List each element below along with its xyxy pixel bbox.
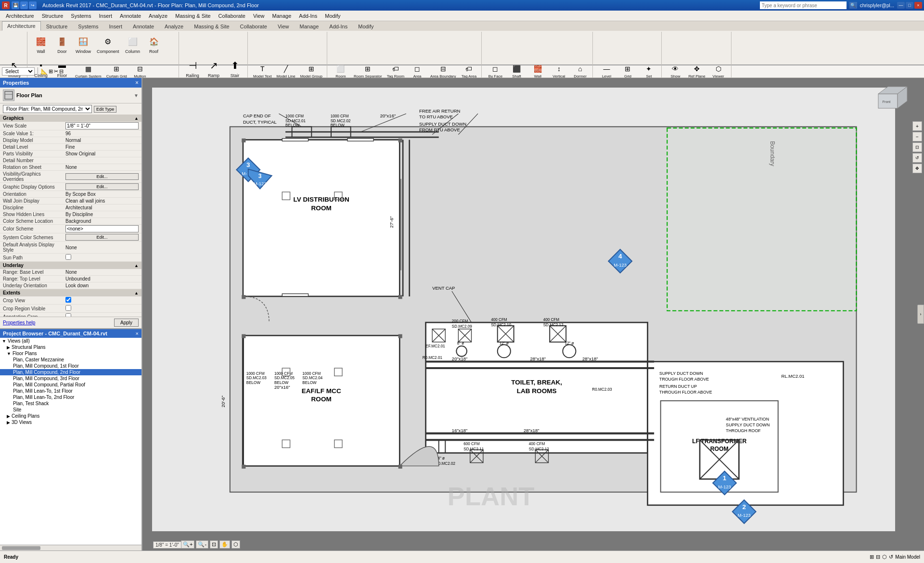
mullion-button[interactable]: ⊟ Mullion	[130, 63, 150, 79]
menu-addins[interactable]: Add-Ins	[295, 12, 321, 20]
model-line-button[interactable]: ╱ Model Line	[275, 63, 297, 79]
status-icon-2[interactable]: ⊟	[876, 554, 880, 560]
properties-help-link[interactable]: Properties help	[3, 320, 35, 325]
menu-view[interactable]: View	[249, 12, 269, 20]
status-icon-1[interactable]: ⊞	[870, 554, 874, 560]
quick-access-redo[interactable]: ↪	[29, 1, 37, 9]
crop-view-checkbox[interactable]	[65, 297, 71, 303]
quick-access-undo[interactable]: ↩	[20, 1, 28, 9]
zoom-out-nav-button[interactable]: −	[912, 132, 922, 141]
project-browser-item-views--all-[interactable]: ▼Views (all)	[0, 338, 141, 344]
shaft-button[interactable]: ⬛ Shaft	[507, 63, 526, 79]
vis-graphics-edit-button[interactable]: Edit...	[65, 173, 139, 180]
window-button[interactable]: 🪟 Window	[74, 33, 93, 55]
project-browser-item-structural-plans[interactable]: ▶Structural Plans	[0, 344, 141, 350]
user-account[interactable]: chrisplyler@pl...	[860, 3, 894, 8]
vertical-button[interactable]: ↕ Vertical	[549, 63, 568, 79]
tab-collaborate[interactable]: Collaborate	[235, 22, 272, 31]
zoom-fit-button[interactable]: ⊡	[210, 540, 218, 549]
menu-massing[interactable]: Massing & Site	[171, 12, 214, 20]
view-select[interactable]: Floor Plan: Plan, Mill Compound, 2nd Flo…	[3, 105, 92, 113]
trim-icon[interactable]: ✂	[54, 68, 58, 75]
status-icon-3[interactable]: ⬡	[882, 554, 887, 560]
tab-annotate[interactable]: Annotate	[128, 22, 159, 31]
menu-systems[interactable]: Systems	[67, 12, 95, 20]
project-browser-close-button[interactable]: ×	[136, 331, 139, 336]
project-browser-item-ceiling-plans[interactable]: ▶Ceiling Plans	[0, 413, 141, 419]
by-face-button[interactable]: ◻ By Face	[486, 63, 505, 79]
room-button[interactable]: ⬜ Room	[331, 63, 350, 79]
dormer-button[interactable]: ⌂ Dormer	[570, 63, 590, 79]
section-graphics-header[interactable]: Graphics ▲	[0, 115, 141, 122]
component-button[interactable]: ⚙ Component	[95, 33, 121, 55]
section-underlay-header[interactable]: Underlay ▲	[0, 262, 141, 269]
project-browser-item-plan--mill-lean-to--2nd-floor[interactable]: Plan, Mill Lean-To, 2nd Floor	[0, 394, 141, 400]
tag-room-button[interactable]: 🏷 Tag Room	[385, 63, 406, 79]
pan-nav-button[interactable]: ✥	[912, 164, 922, 173]
zoom-fit-nav-button[interactable]: ⊡	[912, 142, 922, 152]
properties-close-button[interactable]: ×	[135, 79, 139, 86]
tab-view[interactable]: View	[272, 22, 295, 31]
wall-button[interactable]: 🧱 Wall	[31, 33, 51, 55]
project-browser-item-site[interactable]: Site	[0, 407, 141, 413]
canvas-area[interactable]: LV DISTRIBUTION ROOM EAF/LF MCC ROOM TOI…	[142, 78, 924, 550]
minimize-button[interactable]: —	[897, 2, 905, 9]
floor-button[interactable]: ▬ Floor	[52, 57, 72, 79]
curtain-system-button[interactable]: ▦ Curtain System	[74, 63, 103, 79]
project-browser-item-3d-views[interactable]: ▶3D Views	[0, 419, 141, 425]
project-browser-item-plan--mill-compound--partial-roof[interactable]: Plan, Mill Compound, Partial Roof	[0, 382, 141, 388]
tag-area-button[interactable]: 🏷 Tag Area	[459, 63, 478, 79]
roof-button[interactable]: 🏠 Roof	[144, 33, 164, 55]
project-browser-item-plan--mill-compound--2nd-floor[interactable]: Plan, Mill Compound, 2nd Floor	[0, 369, 141, 375]
show-button[interactable]: 👁 Show	[666, 63, 685, 79]
opening-wall-button[interactable]: 🧱 Wall	[528, 63, 547, 79]
zoom-in-nav-button[interactable]: +	[912, 121, 922, 131]
menu-structure[interactable]: Structure	[38, 12, 67, 20]
measure-icon[interactable]: 📐	[41, 68, 48, 75]
project-browser-item-floor-plans[interactable]: ▼Floor Plans	[0, 350, 141, 357]
project-browser-item-plan--mill-compound--1st-floor[interactable]: Plan, Mill Compound, 1st Floor	[0, 363, 141, 369]
stair-button[interactable]: ⬆ Stair	[225, 57, 244, 79]
search-icon[interactable]: 🔍	[849, 2, 857, 9]
tab-insert[interactable]: Insert	[104, 22, 128, 31]
menu-collaborate[interactable]: Collaborate	[215, 12, 249, 20]
viewer-button[interactable]: ⬡ Viewer	[709, 63, 728, 79]
properties-dropdown-icon[interactable]: ▼	[134, 93, 139, 98]
grid-button[interactable]: ⊞ Grid	[618, 63, 637, 79]
project-browser-scrollbar[interactable]	[0, 545, 141, 550]
menu-analyze[interactable]: Analyze	[145, 12, 171, 20]
graphic-display-edit-button[interactable]: Edit...	[65, 183, 139, 190]
tab-modify[interactable]: Modify	[353, 22, 379, 31]
area-button[interactable]: ◻ Area	[408, 63, 427, 79]
quick-access-save[interactable]: 💾	[12, 1, 19, 9]
tab-massing[interactable]: Massing & Site	[189, 22, 234, 31]
scrollbar-thumb[interactable]	[2, 546, 40, 550]
tab-architecture[interactable]: Architecture	[2, 21, 41, 31]
status-sync-icon[interactable]: ↺	[889, 554, 893, 560]
project-browser-item-plan--test-shack[interactable]: Plan, Test Shack	[0, 400, 141, 407]
edit-type-button[interactable]: Edit Type	[94, 106, 116, 113]
crop-region-checkbox[interactable]	[65, 305, 71, 311]
menu-architecture[interactable]: Architecture	[2, 12, 38, 20]
sun-path-checkbox[interactable]	[65, 254, 71, 260]
tab-systems[interactable]: Systems	[73, 22, 103, 31]
view-cube[interactable]: Front	[876, 82, 910, 115]
menu-annotate[interactable]: Annotate	[116, 12, 145, 20]
level-button[interactable]: — Level	[597, 63, 616, 79]
properties-scroll[interactable]: Graphics ▲ View Scale Scale Value 1:96 D…	[0, 115, 141, 317]
menu-insert[interactable]: Insert	[95, 12, 116, 20]
column-button[interactable]: ⬜ Column	[123, 33, 142, 55]
zoom-out-button[interactable]: 🔍-	[196, 540, 208, 549]
project-browser-item-plan--mill-lean-to--1st-floor[interactable]: Plan, Mill Lean-To, 1st Floor	[0, 388, 141, 394]
apply-button[interactable]: Apply	[114, 319, 139, 327]
drawing-viewport[interactable]: LV DISTRIBUTION ROOM EAF/LF MCC ROOM TOI…	[152, 88, 895, 531]
area-boundary-button[interactable]: ⊟ Area Boundary	[429, 63, 457, 79]
ramp-button[interactable]: ↗ Ramp	[204, 57, 223, 79]
tab-manage[interactable]: Manage	[295, 22, 324, 31]
menu-modify[interactable]: Modify	[321, 12, 344, 20]
zoom-in-button[interactable]: 🔍+	[181, 540, 194, 549]
close-button[interactable]: ×	[914, 2, 922, 9]
curtain-grid-button[interactable]: ⊞ Curtain Grid	[105, 63, 128, 79]
pan-button[interactable]: ✋	[219, 540, 230, 549]
annotation-crop-checkbox[interactable]	[65, 313, 71, 317]
